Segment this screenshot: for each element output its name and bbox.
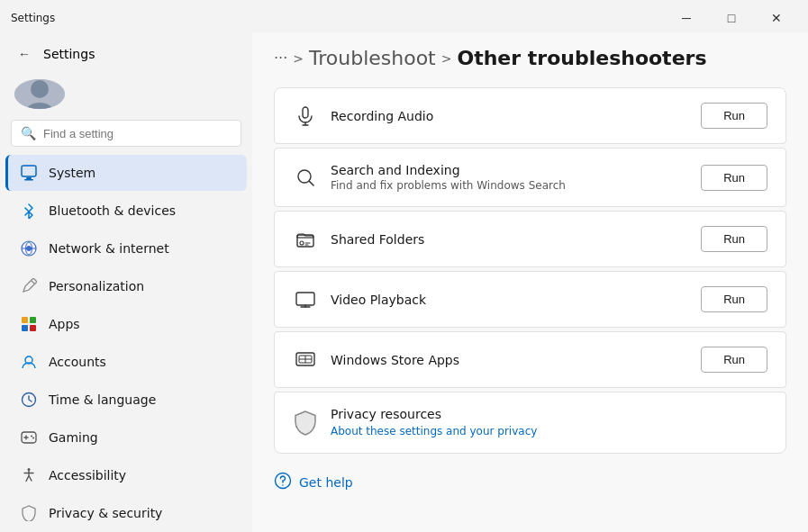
svg-rect-3	[22, 166, 36, 176]
list-item: Shared Folders Run	[274, 211, 786, 267]
close-button[interactable]: ✕	[756, 5, 797, 32]
bluetooth-icon	[20, 202, 38, 220]
get-help-label[interactable]: Get help	[299, 475, 353, 490]
recording-audio-run-button[interactable]: Run	[701, 103, 767, 129]
search-indexing-run-button[interactable]: Run	[701, 165, 767, 191]
privacy-title: Privacy resources	[331, 407, 537, 421]
privacy-shield-icon	[293, 410, 318, 436]
sidebar-item-accessibility[interactable]: Accessibility	[5, 457, 247, 493]
list-item: Search and Indexing Find and fix problem…	[274, 148, 786, 207]
sidebar-item-accounts[interactable]: Accounts	[5, 344, 247, 380]
apps-icon	[20, 315, 38, 333]
privacy-resources-item: Privacy resources About these settings a…	[274, 392, 786, 454]
shared-folders-text: Shared Folders	[331, 232, 701, 247]
recording-audio-text: Recording Audio	[331, 109, 701, 123]
shared-folders-icon	[293, 227, 318, 252]
sidebar-item-label-gaming: Gaming	[49, 430, 98, 445]
windows-store-title: Windows Store Apps	[331, 353, 701, 367]
app-body: ← Settings 🔍 System	[0, 32, 808, 532]
sidebar-item-network[interactable]: Network & internet	[5, 230, 247, 266]
maximize-button[interactable]: □	[711, 5, 752, 32]
titlebar-controls: ─ □ ✕	[666, 5, 797, 32]
windows-store-run-button[interactable]: Run	[701, 347, 767, 373]
privacy-icon	[20, 504, 38, 522]
privacy-link[interactable]: About these settings and your privacy	[331, 425, 537, 437]
svg-rect-4	[26, 177, 32, 179]
get-help-icon	[274, 472, 292, 493]
sidebar-item-apps[interactable]: Apps	[5, 306, 247, 342]
svg-point-18	[32, 437, 34, 439]
svg-rect-8	[22, 317, 28, 323]
sidebar-item-label-accessibility: Accessibility	[49, 468, 126, 482]
sidebar-header: ← Settings	[0, 32, 252, 72]
svg-rect-28	[296, 293, 314, 305]
sidebar-item-privacy[interactable]: Privacy & security	[5, 495, 247, 531]
accounts-icon	[20, 353, 38, 371]
sidebar-item-label-accounts: Accounts	[49, 355, 106, 369]
main-content: ··· > Troubleshoot > Other troubleshoote…	[252, 32, 808, 532]
recording-audio-icon	[293, 104, 318, 129]
recording-audio-title: Recording Audio	[331, 109, 701, 123]
search-icon: 🔍	[21, 126, 36, 140]
troubleshooter-list: Recording Audio Run Search and Indexing …	[274, 87, 786, 457]
search-input[interactable]	[43, 127, 232, 140]
system-icon	[20, 164, 38, 182]
windows-store-icon	[293, 347, 318, 373]
svg-point-27	[300, 241, 304, 245]
breadcrumb-sep2: >	[441, 51, 452, 66]
breadcrumb-parent[interactable]: Troubleshoot	[309, 47, 436, 69]
breadcrumb: ··· > Troubleshoot > Other troubleshoote…	[274, 32, 786, 87]
sidebar-item-label-privacy: Privacy & security	[49, 506, 162, 520]
breadcrumb-current: Other troubleshooters	[457, 47, 706, 69]
gaming-icon	[20, 428, 38, 446]
sidebar-item-gaming[interactable]: Gaming	[5, 419, 247, 455]
svg-point-1	[31, 80, 49, 98]
svg-rect-9	[30, 317, 36, 323]
video-playback-title: Video Playback	[331, 293, 701, 307]
privacy-content: Privacy resources About these settings a…	[293, 407, 537, 438]
titlebar-left: Settings	[11, 12, 55, 24]
search-indexing-subtitle: Find and fix problems with Windows Searc…	[331, 179, 701, 192]
search-indexing-text: Search and Indexing Find and fix problem…	[331, 163, 701, 192]
sidebar-item-personalization[interactable]: Personalization	[5, 268, 247, 304]
sidebar-item-label-system: System	[49, 166, 95, 180]
search-indexing-icon	[293, 165, 318, 190]
shared-folders-run-button[interactable]: Run	[701, 226, 767, 252]
minimize-button[interactable]: ─	[666, 5, 707, 32]
network-icon	[20, 239, 38, 257]
get-help-button[interactable]: Get help	[274, 457, 786, 493]
titlebar: Settings ─ □ ✕	[0, 0, 808, 32]
video-playback-run-button[interactable]: Run	[701, 286, 767, 312]
sidebar-item-label-time: Time & language	[49, 392, 156, 407]
breadcrumb-dots[interactable]: ···	[274, 50, 287, 67]
video-playback-text: Video Playback	[331, 293, 701, 307]
list-item: Recording Audio Run	[274, 87, 786, 144]
list-item: Video Playback Run	[274, 271, 786, 328]
personalization-icon	[20, 277, 38, 295]
sidebar-item-label-personalization: Personalization	[49, 279, 144, 293]
avatar	[14, 79, 65, 109]
svg-point-36	[282, 484, 284, 486]
sidebar-item-time[interactable]: Time & language	[5, 382, 247, 418]
search-box[interactable]: 🔍	[11, 120, 241, 147]
list-item: Windows Store Apps Run	[274, 331, 786, 388]
back-button[interactable]: ←	[14, 43, 34, 65]
breadcrumb-sep1: >	[293, 51, 304, 66]
sidebar-item-bluetooth[interactable]: Bluetooth & devices	[5, 193, 247, 229]
svg-point-19	[28, 468, 31, 471]
privacy-text: Privacy resources About these settings a…	[331, 407, 537, 438]
svg-rect-11	[30, 325, 36, 331]
time-icon	[20, 391, 38, 409]
sidebar: ← Settings 🔍 System	[0, 32, 252, 532]
sidebar-item-label-bluetooth: Bluetooth & devices	[49, 203, 176, 218]
search-indexing-title: Search and Indexing	[331, 163, 701, 177]
svg-rect-5	[24, 179, 33, 181]
settings-title: Settings	[11, 12, 55, 24]
svg-point-24	[298, 170, 311, 183]
sidebar-item-label-apps: Apps	[49, 317, 80, 331]
svg-point-17	[31, 436, 32, 437]
sidebar-title: Settings	[43, 47, 95, 61]
video-playback-icon	[293, 287, 318, 312]
svg-rect-21	[303, 107, 308, 118]
sidebar-item-system[interactable]: System	[5, 155, 247, 191]
